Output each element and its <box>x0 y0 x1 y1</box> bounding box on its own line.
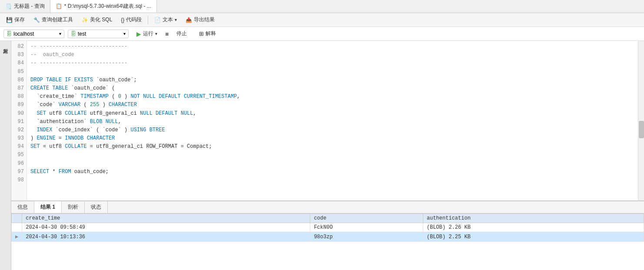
save-button[interactable]: 💾 保存 <box>3 15 28 25</box>
cell-create-time-1: 2024-04-30 09:58:49 <box>22 223 310 232</box>
code-content[interactable]: -- ---------------------------- -- oauth… <box>27 41 638 200</box>
explain-icon: ⊞ <box>199 30 204 37</box>
tab-info[interactable]: 信息 <box>11 201 34 213</box>
tab-query-icon: 🗒️ <box>5 3 12 10</box>
line-numbers: 82 83 84 85 86 87 88 89 90 91 92 93 94 9… <box>11 41 27 200</box>
main-layout: 🗒️ 无标题 - 查询 📋 * D:\mysql-5.7.30-winx64\建… <box>0 0 644 270</box>
tab-profile[interactable]: 剖析 <box>62 201 85 213</box>
cell-auth-2: (BLOB) 2.25 KB <box>423 232 644 242</box>
table-row[interactable]: 2024-04-30 09:58:49 FckN0O (BLOB) 2.26 K… <box>12 223 644 232</box>
title-bar: 🗒️ 无标题 - 查询 📋 * D:\mysql-5.7.30-winx64\建… <box>0 0 644 13</box>
run-icon: ▶ <box>136 30 141 37</box>
table-row[interactable]: ▶ 2024-04-30 10:13:36 98o3zp (BLOB) 2.25… <box>12 232 644 242</box>
text-button[interactable]: 📄 文本 ▾ <box>151 15 180 25</box>
save-icon: 💾 <box>6 17 13 23</box>
export-button[interactable]: 📤 导出结果 <box>182 15 218 25</box>
cell-code-2: 98o3zp <box>310 232 423 242</box>
query-builder-icon: 🔧 <box>33 17 40 23</box>
cell-create-time-2: 2024-04-30 10:13:36 <box>22 232 310 242</box>
run-button[interactable]: ▶ 运行 ▾ <box>132 29 162 39</box>
run-dropdown-icon: ▾ <box>155 31 157 36</box>
text-icon: 📄 <box>154 17 161 23</box>
col-marker <box>12 214 22 223</box>
tab-file-label: * D:\mysql-5.7.30-winx64\建表.sql - ... <box>64 3 151 10</box>
toolbar: 💾 保存 🔧 查询创建工具 ✨ 美化 SQL {} 代码段 📄 文本 ▾ 📤 导… <box>0 13 644 27</box>
connection-bar: 🗄 localhost ▾ 🗄 test ▾ ▶ 运行 ▾ ■ 停止 ⊞ 解释 <box>0 27 644 41</box>
bottom-tabs: 信息 结果 1 剖析 状态 <box>11 201 644 213</box>
tab-query[interactable]: 🗒️ 无标题 - 查询 <box>0 0 50 13</box>
explain-button[interactable]: ⊞ 解释 <box>195 29 220 39</box>
database-icon: 🗄 <box>71 31 76 37</box>
bottom-panel: 信息 结果 1 剖析 状态 <box>11 200 644 270</box>
col-authentication[interactable]: authentication <box>423 214 644 223</box>
beautify-icon: ✨ <box>82 17 88 23</box>
host-selector[interactable]: 🗄 localhost ▾ <box>3 30 64 38</box>
row-marker-2: ▶ <box>12 232 22 242</box>
cell-code-1: FckN0O <box>310 223 423 232</box>
row-marker-1 <box>12 223 22 232</box>
tab-status[interactable]: 状态 <box>85 201 108 213</box>
stop-button[interactable]: 停止 <box>172 29 191 39</box>
chevron-down-icon: ▾ <box>59 31 61 36</box>
cell-auth-1: (BLOB) 2.26 KB <box>423 223 644 232</box>
data-table: create_time code authentication 2024-04-… <box>11 213 644 242</box>
beautify-button[interactable]: ✨ 美化 SQL <box>78 15 116 25</box>
code-editor[interactable]: 82 83 84 85 86 87 88 89 90 91 92 93 94 9… <box>11 41 644 200</box>
sidebar-label: 对象 <box>0 41 11 270</box>
col-code[interactable]: code <box>310 214 423 223</box>
scrollbar-thumb[interactable] <box>639 121 644 138</box>
result-table[interactable]: create_time code authentication 2024-04-… <box>11 213 644 270</box>
tab-file[interactable]: 📋 * D:\mysql-5.7.30-winx64\建表.sql - ... <box>50 0 157 13</box>
database-selector[interactable]: 🗄 test ▾ <box>68 30 129 38</box>
chevron-down-icon-2: ▾ <box>123 31 126 36</box>
db-icon: 🗄 <box>7 31 12 37</box>
separator-1 <box>148 16 148 24</box>
code-block-button[interactable]: {} 代码段 <box>117 15 145 25</box>
editor-scrollbar[interactable] <box>638 41 644 200</box>
tab-query-label: 无标题 - 查询 <box>14 3 45 10</box>
tab-file-icon: 📋 <box>56 3 62 9</box>
editor-wrapper: 对象 82 83 84 85 86 87 88 89 90 91 92 93 <box>0 41 644 270</box>
export-icon: 📤 <box>186 17 192 23</box>
code-block-icon: {} <box>121 17 124 23</box>
query-builder-button[interactable]: 🔧 查询创建工具 <box>30 15 76 25</box>
tab-result1[interactable]: 结果 1 <box>34 201 62 213</box>
col-create-time[interactable]: create_time <box>22 214 310 223</box>
